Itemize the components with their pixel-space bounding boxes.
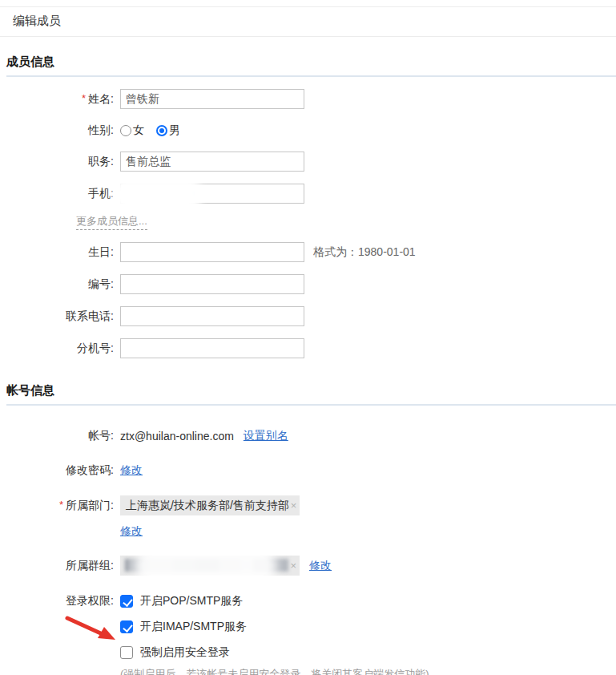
form-row-group: 所属群组: × 修改 bbox=[0, 556, 616, 576]
login-permission-label: 登录权限: bbox=[0, 594, 120, 608]
set-alias-link[interactable]: 设置别名 bbox=[244, 429, 288, 443]
name-input[interactable] bbox=[120, 89, 304, 109]
gender-option-male[interactable]: 男 bbox=[156, 123, 180, 138]
group-label: 所属群组: bbox=[0, 559, 120, 573]
form-row-password: 修改密码: 修改 bbox=[0, 463, 616, 478]
form-row-contact-phone: 联系电话: bbox=[0, 306, 616, 326]
extension-label: 分机号: bbox=[0, 342, 120, 356]
mobile-label: 手机: bbox=[0, 187, 120, 201]
gender-option-label: 女 bbox=[133, 123, 144, 138]
remove-department-icon[interactable]: × bbox=[291, 499, 297, 511]
birthday-format-hint: 格式为：1980-01-01 bbox=[313, 245, 416, 260]
group-tag: × bbox=[120, 556, 300, 576]
gender-option-label: 男 bbox=[169, 123, 180, 138]
birthday-label: 生日: bbox=[0, 245, 120, 260]
department-tag-text: 上海惠岚/技术服务部/售前支持部 bbox=[126, 499, 289, 513]
page-header: 编辑成员 bbox=[0, 6, 616, 37]
more-member-info-link[interactable]: 更多成员信息... bbox=[76, 214, 147, 230]
checkbox-imap-smtp[interactable] bbox=[120, 620, 133, 633]
number-input[interactable] bbox=[120, 274, 304, 294]
form-row-department: *所属部门: 上海惠岚/技术服务部/售前支持部 × bbox=[0, 495, 616, 515]
name-label: *姓名: bbox=[0, 92, 120, 107]
permission-row-imap: 开启IMAP/SMTP服务 bbox=[120, 620, 616, 634]
password-label: 修改密码: bbox=[0, 463, 120, 478]
mobile-input-wrap bbox=[120, 184, 304, 204]
number-label: 编号: bbox=[0, 277, 120, 292]
gender-label: 性别: bbox=[0, 123, 120, 138]
remove-group-icon[interactable]: × bbox=[290, 560, 296, 572]
extension-input[interactable] bbox=[120, 338, 304, 358]
form-row-number: 编号: bbox=[0, 274, 616, 294]
checkbox-pop-smtp[interactable] bbox=[120, 595, 133, 608]
form-row-birthday: 生日: 格式为：1980-01-01 bbox=[0, 242, 616, 262]
department-label: *所属部门: bbox=[0, 499, 120, 513]
gender-option-female[interactable]: 女 bbox=[120, 123, 144, 138]
modify-group-link[interactable]: 修改 bbox=[309, 559, 332, 573]
red-arrow-annotation-icon bbox=[62, 613, 122, 649]
form-row-gender: 性别: 女 男 bbox=[0, 123, 616, 138]
checkbox-force-secure-login-label: 强制启用安全登录 bbox=[140, 645, 230, 660]
redacted-group-text bbox=[125, 559, 288, 572]
checkbox-pop-smtp-label: 开启POP/SMTP服务 bbox=[140, 594, 243, 608]
redacted-text-remnant bbox=[191, 191, 195, 196]
form-row-mobile: 手机: bbox=[0, 184, 616, 204]
form-row-extension: 分机号: bbox=[0, 338, 616, 358]
form-row-login-permission: 登录权限: 开启POP/SMTP服务 bbox=[0, 594, 616, 608]
checkbox-force-secure-login[interactable] bbox=[120, 646, 133, 659]
checkbox-imap-smtp-label: 开启IMAP/SMTP服务 bbox=[140, 620, 247, 634]
section-account-info: 帐号信息 bbox=[6, 383, 616, 406]
permission-row-secure-login: 强制启用安全登录 bbox=[120, 645, 616, 660]
radio-male-icon[interactable] bbox=[156, 125, 167, 136]
account-email: ztx@huilan-online.com bbox=[120, 430, 234, 443]
mobile-input[interactable] bbox=[120, 184, 304, 204]
edit-member-page: 编辑成员 成员信息 *姓名: 性别: 女 男 职务: 手机: 更多成员信息... bbox=[0, 6, 616, 675]
required-marker: * bbox=[82, 92, 86, 104]
department-modify-row: 修改 bbox=[120, 524, 616, 539]
radio-female-icon[interactable] bbox=[120, 125, 131, 136]
department-tag: 上海惠岚/技术服务部/售前支持部 × bbox=[120, 495, 300, 515]
account-label: 帐号: bbox=[0, 429, 120, 443]
job-title-input[interactable] bbox=[120, 152, 304, 172]
job-title-label: 职务: bbox=[0, 155, 120, 169]
page-title: 编辑成员 bbox=[13, 14, 61, 27]
contact-phone-input[interactable] bbox=[120, 306, 304, 326]
modify-department-link[interactable]: 修改 bbox=[120, 524, 143, 537]
required-marker: * bbox=[59, 499, 63, 511]
contact-phone-label: 联系电话: bbox=[0, 309, 120, 324]
modify-password-link[interactable]: 修改 bbox=[120, 463, 143, 478]
section-member-info: 成员信息 bbox=[6, 55, 616, 77]
secure-login-note: (强制启用后，若该帐号未启用安全登录，将关闭其客户端发信功能) bbox=[120, 667, 616, 675]
birthday-input[interactable] bbox=[120, 242, 304, 262]
form-row-account: 帐号: ztx@huilan-online.com 设置别名 bbox=[0, 429, 616, 443]
form-row-job-title: 职务: bbox=[0, 152, 616, 172]
form-row-name: *姓名: bbox=[0, 89, 616, 109]
